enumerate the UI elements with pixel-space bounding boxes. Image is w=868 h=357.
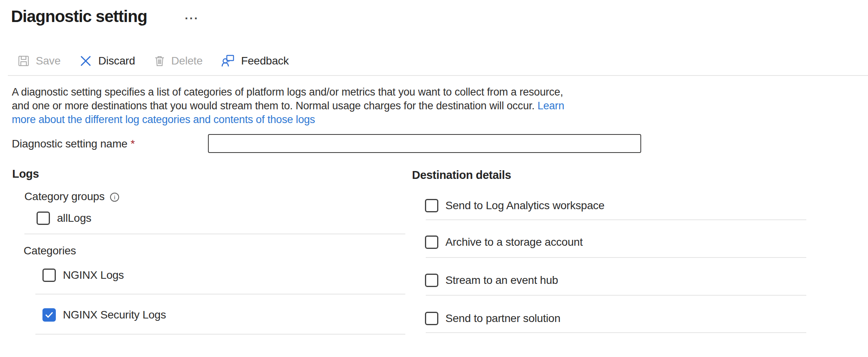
categories-label: Categories [24,245,76,257]
alllogs-label: allLogs [57,212,91,225]
category-groups-label: Category groupsi [24,190,119,203]
discard-x-icon [79,55,92,67]
learn-more-link[interactable]: Learn [537,100,564,112]
command-bar: Save Discard Delete [18,54,289,68]
learn-more-link-continued[interactable]: more about the different log categories … [12,114,315,125]
partner-solution-checkbox[interactable] [425,312,438,325]
description-text: A diagnostic setting specifies a list of… [12,85,564,127]
nginx-logs-label: NGINX Logs [63,269,124,282]
checkbox-row-partner-solution[interactable]: Send to partner solution [425,311,561,326]
divider [426,332,806,333]
event-hub-label: Stream to an event hub [445,274,558,287]
save-icon [18,55,29,67]
required-asterisk: * [131,138,135,150]
trash-icon [154,55,165,67]
nginx-security-logs-label: NGINX Security Logs [63,309,166,321]
nginx-security-logs-checkbox[interactable] [42,308,56,322]
log-analytics-checkbox[interactable] [425,199,438,212]
destination-details-heading: Destination details [412,169,511,182]
divider [426,219,806,220]
info-icon[interactable]: i [110,193,119,202]
feedback-icon [221,54,235,68]
description-line-1: A diagnostic setting specifies a list of… [12,85,564,99]
divider [426,257,806,258]
description-line-2: and one or more destinations that you wo… [12,99,564,113]
checkbox-row-nginx-security-logs[interactable]: NGINX Security Logs [42,308,166,322]
logs-section-heading: Logs [12,167,39,180]
delete-button[interactable]: Delete [154,55,203,67]
checkbox-row-nginx-logs[interactable]: NGINX Logs [42,268,124,282]
storage-account-checkbox[interactable] [425,236,438,249]
delete-button-label: Delete [171,55,203,67]
feedback-button-label: Feedback [241,55,289,67]
divider [35,334,405,335]
description-line-3: more about the different log categories … [12,113,564,127]
diagnostic-setting-name-input[interactable] [208,134,641,153]
save-button-label: Save [36,55,61,67]
page-title: Diagnostic setting [11,7,147,26]
divider [35,294,405,294]
toolbar-divider [8,75,868,76]
checkbox-row-log-analytics[interactable]: Send to Log Analytics workspace [425,199,605,213]
event-hub-checkbox[interactable] [425,274,438,287]
discard-button[interactable]: Discard [79,55,135,67]
divider [426,295,806,296]
feedback-button[interactable]: Feedback [221,54,289,68]
alllogs-checkbox[interactable] [37,212,50,225]
checkbox-row-alllogs[interactable]: allLogs [37,211,91,225]
diagnostic-setting-name-label: Diagnostic setting name* [12,138,135,150]
partner-solution-label: Send to partner solution [445,312,561,325]
log-analytics-label: Send to Log Analytics workspace [445,199,605,212]
nginx-logs-checkbox[interactable] [42,269,56,282]
more-menu-icon[interactable]: ··· [185,12,199,25]
discard-button-label: Discard [98,55,135,67]
storage-account-label: Archive to a storage account [445,236,583,248]
divider [24,234,405,234]
save-button[interactable]: Save [18,55,61,67]
checkbox-row-event-hub[interactable]: Stream to an event hub [425,273,558,287]
checkbox-row-storage-account[interactable]: Archive to a storage account [425,235,583,249]
